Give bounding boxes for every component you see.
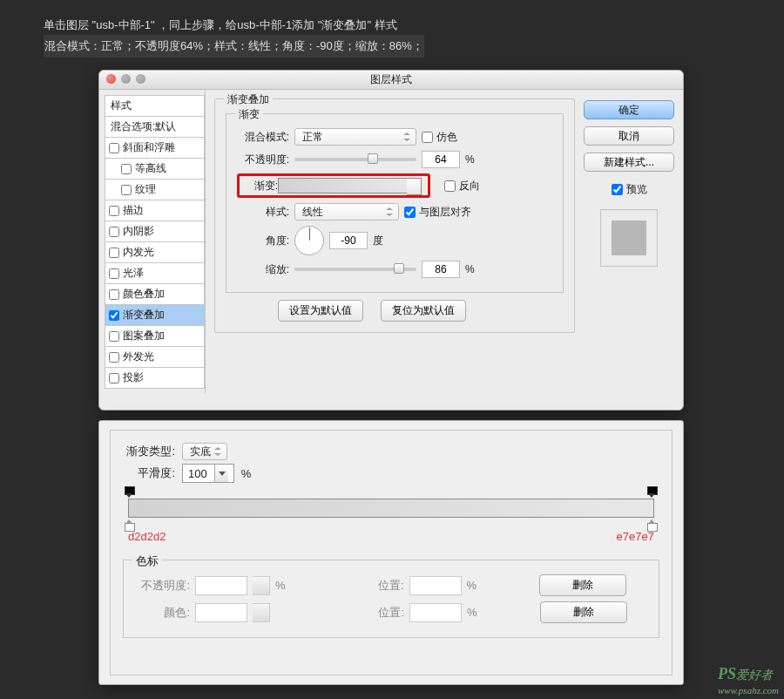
- scale-thumb[interactable]: [394, 263, 404, 274]
- color-stop-left[interactable]: [125, 519, 135, 530]
- chevron-down-icon[interactable]: [253, 603, 270, 622]
- style-item-光泽[interactable]: 光泽: [105, 263, 205, 284]
- dialog-titlebar[interactable]: 图层样式: [99, 71, 683, 90]
- style-item-checkbox[interactable]: [109, 248, 119, 258]
- opacity-stop-left[interactable]: [125, 486, 135, 497]
- style-item-checkbox[interactable]: [109, 206, 119, 216]
- style-item-checkbox[interactable]: [109, 310, 119, 321]
- reverse-input[interactable]: [444, 180, 456, 192]
- stops-group: 色标 不透明度: % 位置: % 删除 颜色: 位置: %: [123, 560, 659, 638]
- delete-opacity-stop-button[interactable]: 删除: [539, 574, 626, 596]
- chevron-down-icon[interactable]: [214, 465, 228, 482]
- dither-checkbox[interactable]: 仿色: [422, 130, 457, 145]
- smoothness-combo[interactable]: 100: [182, 464, 234, 483]
- dither-input[interactable]: [422, 132, 433, 143]
- opacity-stop-right[interactable]: [647, 486, 658, 497]
- cancel-button[interactable]: 取消: [584, 126, 674, 146]
- style-item-内发光[interactable]: 内发光: [105, 242, 205, 263]
- style-item-checkbox[interactable]: [109, 289, 119, 300]
- style-label: 样式:: [237, 205, 289, 220]
- gradient-bar[interactable]: [128, 499, 654, 518]
- gradient-overlay-fieldset: 渐变叠加 渐变 混合模式: 正常 仿色 不透明度: %: [214, 98, 575, 333]
- style-item-checkbox[interactable]: [109, 331, 119, 342]
- maximize-icon[interactable]: [136, 74, 145, 84]
- blend-options-item[interactable]: 混合选项:默认: [105, 117, 205, 138]
- chevron-down-icon[interactable]: [253, 576, 270, 595]
- layer-style-dialog: 图层样式 样式 混合选项:默认 斜面和浮雕等高线纹理描边内阴影内发光光泽颜色叠加…: [98, 70, 684, 411]
- style-item-label: 颜色叠加: [123, 287, 165, 302]
- watermark-url: www.psahz.com: [718, 685, 779, 696]
- close-icon[interactable]: [106, 74, 116, 84]
- stop-position-label: 位置:: [348, 578, 404, 594]
- style-item-颜色叠加[interactable]: 颜色叠加: [105, 284, 205, 305]
- style-item-label: 斜面和浮雕: [123, 140, 175, 155]
- align-label: 与图层对齐: [419, 205, 471, 220]
- window-controls: [106, 74, 145, 84]
- style-item-checkbox[interactable]: [109, 268, 119, 279]
- instr-1b: "渐变叠加": [318, 18, 371, 31]
- preview-checkbox[interactable]: 预览: [584, 182, 674, 197]
- style-item-label: 内阴影: [123, 224, 154, 239]
- blend-mode-value: 正常: [302, 130, 323, 145]
- styles-panel: 样式 混合选项:默认 斜面和浮雕等高线纹理描边内阴影内发光光泽颜色叠加渐变叠加图…: [99, 90, 206, 394]
- stop-position-input[interactable]: [409, 576, 462, 595]
- color-note-left: d2d2d2: [128, 530, 166, 543]
- gradient-swatch[interactable]: [278, 178, 409, 193]
- smoothness-value: 100: [188, 467, 207, 480]
- scale-label: 缩放:: [237, 262, 289, 277]
- stop-opacity-input[interactable]: [195, 576, 247, 595]
- angle-input[interactable]: [329, 232, 368, 249]
- style-item-斜面和浮雕[interactable]: 斜面和浮雕: [105, 138, 205, 159]
- style-item-label: 描边: [123, 203, 144, 218]
- scale-slider[interactable]: [294, 268, 416, 271]
- style-item-描边[interactable]: 描边: [105, 200, 205, 221]
- style-item-label: 内发光: [123, 245, 154, 260]
- stop-color-input[interactable]: [195, 603, 247, 622]
- smoothness-label: 平滑度:: [123, 465, 175, 481]
- opacity-thumb[interactable]: [368, 153, 378, 164]
- reverse-label: 反向: [459, 179, 480, 193]
- preview-input[interactable]: [612, 184, 623, 195]
- style-item-checkbox[interactable]: [109, 227, 119, 237]
- set-default-button[interactable]: 设置为默认值: [278, 300, 363, 322]
- opacity-slider[interactable]: [294, 158, 416, 161]
- style-item-label: 等高线: [135, 161, 166, 176]
- style-item-投影[interactable]: 投影: [105, 368, 205, 389]
- style-item-等高线[interactable]: 等高线: [105, 159, 205, 180]
- style-item-checkbox[interactable]: [109, 143, 119, 153]
- style-item-内阴影[interactable]: 内阴影: [105, 221, 205, 242]
- stop-position-input-2[interactable]: [409, 603, 462, 622]
- style-item-图案叠加[interactable]: 图案叠加: [105, 326, 205, 347]
- reset-default-button[interactable]: 复位为默认值: [381, 300, 466, 322]
- instruction-text: 单击图层 "usb-中部-1" ，同上步骤，给usb-中部-1添加 "渐变叠加"…: [44, 16, 424, 58]
- scale-input[interactable]: [422, 261, 460, 278]
- style-dropdown[interactable]: 线性: [294, 203, 399, 221]
- blend-mode-dropdown[interactable]: 正常: [294, 128, 416, 146]
- color-stop-right[interactable]: [647, 519, 658, 530]
- opacity-label: 不透明度:: [237, 153, 289, 167]
- style-item-外发光[interactable]: 外发光: [105, 347, 205, 368]
- align-input[interactable]: [404, 207, 416, 218]
- style-item-渐变叠加[interactable]: 渐变叠加: [105, 305, 205, 326]
- ok-button[interactable]: 确定: [584, 100, 674, 119]
- minimize-icon[interactable]: [121, 74, 131, 84]
- new-style-button[interactable]: 新建样式...: [584, 153, 674, 172]
- opacity-input[interactable]: [422, 151, 460, 168]
- reverse-checkbox[interactable]: 反向: [444, 179, 480, 193]
- styles-header[interactable]: 样式: [105, 95, 205, 117]
- style-item-纹理[interactable]: 纹理: [105, 180, 205, 200]
- gradient-type-dropdown[interactable]: 实底: [182, 443, 227, 460]
- settings-pane: 渐变叠加 渐变 混合模式: 正常 仿色 不透明度: %: [206, 90, 580, 394]
- style-item-checkbox[interactable]: [109, 352, 119, 363]
- watermark-text: 爱好者: [736, 668, 773, 682]
- align-checkbox[interactable]: 与图层对齐: [404, 205, 471, 220]
- style-item-checkbox[interactable]: [109, 373, 119, 383]
- angle-label: 角度:: [237, 234, 289, 248]
- watermark-brand: PS: [718, 665, 736, 682]
- angle-dial[interactable]: [294, 226, 324, 255]
- style-item-label: 投影: [123, 370, 144, 385]
- delete-color-stop-button[interactable]: 删除: [540, 601, 627, 623]
- style-item-label: 纹理: [135, 182, 156, 197]
- style-item-checkbox[interactable]: [121, 164, 132, 174]
- style-item-checkbox[interactable]: [121, 185, 132, 195]
